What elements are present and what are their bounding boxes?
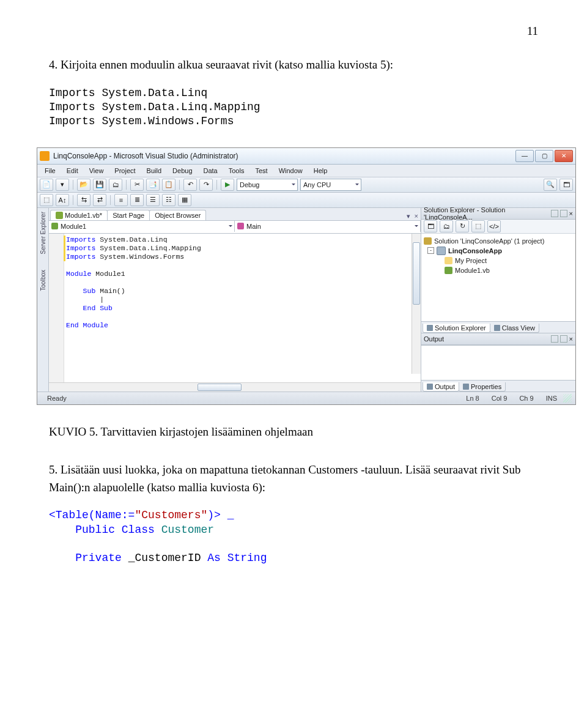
tb2-9[interactable]: ▦ [178,194,191,206]
cut-button[interactable]: ✂ [130,179,144,191]
tb2-7[interactable]: ☰ [146,194,160,206]
pane-dropdown-icon[interactable] [551,210,558,217]
app-icon [40,151,50,161]
tb2-1[interactable]: ⬚ [40,194,53,206]
toolbox-button[interactable]: 🗔 [559,179,573,191]
toolbar-standard: 📄 ▾ 📂 💾 🗂 ✂ 📑 📋 ↶ ↷ ▶ Debug Any CPU 🔍 🗔 [37,177,575,193]
menu-debug[interactable]: Debug [168,166,197,176]
pane-close-icon[interactable]: × [569,210,573,217]
tab-solution-explorer[interactable]: Solution Explorer [423,324,490,333]
pane-close-icon[interactable]: × [569,335,573,343]
tree-solution[interactable]: Solution 'LinqConsoleApp' (1 project) [424,236,573,246]
config-dropdown[interactable]: Debug [237,179,298,191]
add-item-button[interactable]: ▾ [56,179,69,191]
menu-window[interactable]: Window [274,166,308,176]
class-dropdown[interactable]: Module1 [49,221,235,232]
vertical-scrollbar[interactable] [412,234,421,374]
tab-module1[interactable]: Module1.vb* [50,210,108,220]
undo-button[interactable]: ↶ [183,179,197,191]
tab-output[interactable]: Output [423,382,459,392]
project-icon [437,247,446,255]
menu-help[interactable]: Help [309,166,333,176]
tree-myproject[interactable]: My Project [424,256,573,266]
platform-dropdown[interactable]: Any CPU [300,179,361,191]
tab-properties[interactable]: Properties [459,382,506,392]
start-debug-button[interactable]: ▶ [221,179,234,191]
code-line [66,261,421,270]
solexp-header[interactable]: Solution Explorer - Solution 'LinqConsol… [421,208,575,220]
scrollbar-thumb[interactable] [198,384,242,391]
editor-gutter [49,234,64,382]
save-all-button[interactable]: 🗂 [109,179,122,191]
props-icon [463,384,469,390]
menu-test[interactable]: Test [250,166,272,176]
tab-classview-label: Class View [502,324,535,332]
solexp-code-button[interactable]: </> [487,220,501,232]
tab-object-browser[interactable]: Object Browser [149,210,206,220]
code-block-1: Imports System.Data.Linq Imports System.… [49,86,538,129]
maximize-button[interactable]: ▢ [535,150,553,162]
scrollbar-thumb[interactable] [413,242,420,305]
tab-start-page[interactable]: Start Page [107,210,150,220]
tb2-3[interactable]: ⇆ [77,194,90,206]
menu-edit[interactable]: Edit [62,166,83,176]
tab-class-view[interactable]: Class View [490,324,539,333]
left-rail: Server Explorer Toolbox [37,208,49,392]
close-button[interactable]: ✕ [555,150,573,162]
open-button[interactable]: 📂 [77,179,90,191]
tab-solexp-label: Solution Explorer [435,324,486,332]
solexp-refresh-button[interactable]: ↻ [456,220,469,232]
pin-icon[interactable] [560,210,567,217]
toolbox-tab[interactable]: Toolbox [40,270,46,291]
menu-file[interactable]: File [40,166,61,176]
find-button[interactable]: 🔍 [544,179,557,191]
solexp-bottom-tabs: Solution Explorer Class View [421,321,575,333]
server-explorer-tab[interactable]: Server Explorer [40,212,46,254]
pane-dropdown-icon[interactable] [551,335,558,343]
tb2-5[interactable]: ≡ [114,194,128,206]
code-editor[interactable]: Imports System.Data.Linq Imports System.… [49,234,421,382]
titlebar[interactable]: LinqConsoleApp - Microsoft Visual Studio… [37,148,575,165]
pin-icon[interactable] [560,335,567,343]
tb2-2[interactable]: A↕ [56,194,69,206]
solution-tree[interactable]: Solution 'LinqConsoleApp' (1 project) -L… [421,234,575,321]
c2-l2b: Customer [161,524,214,536]
code-line [66,313,421,321]
tree-module1[interactable]: Module1.vb [424,266,573,275]
menu-data[interactable]: Data [199,166,223,176]
tb2-4[interactable]: ⇄ [93,194,106,206]
horizontal-scrollbar[interactable] [49,382,421,392]
minimize-button[interactable]: — [515,150,534,162]
code-lines: Imports System.Data.Linq Imports System.… [66,234,421,330]
tree-project[interactable]: -LinqConsoleApp [424,246,573,256]
redo-button[interactable]: ↷ [199,179,213,191]
copy-button[interactable]: 📑 [146,179,160,191]
tab-dropdown-icon[interactable]: ▾ × [404,212,421,220]
solexp-view-button[interactable]: ⬚ [471,220,485,232]
menu-tools[interactable]: Tools [224,166,249,176]
member-dropdown[interactable]: Main [235,221,421,232]
solexp-properties-button[interactable]: 🗔 [424,220,437,232]
output-header[interactable]: Output × [421,333,575,345]
new-project-button[interactable]: 📄 [40,179,53,191]
code-line: Imports System.Data.Linq.Mapping [66,244,421,253]
c2-l1b: "Customers" [135,509,207,521]
menu-project[interactable]: Project [109,166,140,176]
tab-properties-label: Properties [471,383,501,390]
solexp-toolbar: 🗔 🗂 ↻ ⬚ </> [421,220,575,234]
tb2-6[interactable]: ≣ [130,194,144,206]
collapse-icon[interactable]: - [427,247,434,254]
menu-build[interactable]: Build [142,166,166,176]
solexp-showall-button[interactable]: 🗂 [440,220,453,232]
status-ins: INS [540,395,563,402]
output-pane[interactable] [421,345,575,380]
tb2-8[interactable]: ☷ [162,194,175,206]
menu-view[interactable]: View [84,166,109,176]
editor-pane: Module1.vb* Start Page Object Browser ▾ … [49,208,421,392]
status-ch: Ch 9 [513,395,539,402]
save-button[interactable]: 💾 [93,179,106,191]
code-line: Imports System.Windows.Forms [66,253,421,261]
resize-grip[interactable] [563,394,572,403]
paste-button[interactable]: 📋 [162,179,175,191]
code-block-2: <Table(Name:="Customers")> _ Public Clas… [49,508,538,566]
